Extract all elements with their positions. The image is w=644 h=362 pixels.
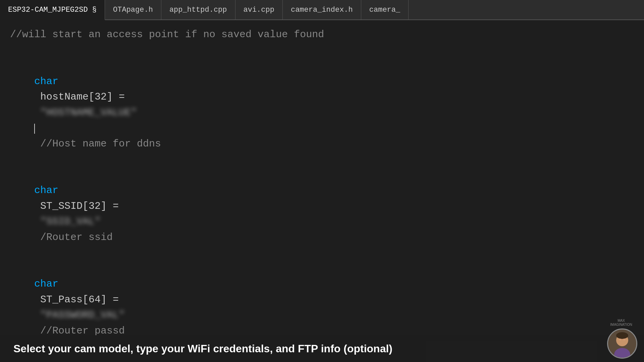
line-ssid: char ST_SSID[32] = "SSID_VAL" /Router ss… bbox=[10, 167, 634, 261]
svg-point-3 bbox=[616, 332, 628, 339]
comment-access-point: //will start an access point if no saved… bbox=[10, 27, 634, 43]
tab-app-httpd[interactable]: app_httpd.cpp bbox=[161, 0, 235, 19]
avatar bbox=[607, 328, 637, 359]
keyword-char-hostname: char bbox=[34, 76, 58, 87]
tab-otapage-label: OTApage.h bbox=[113, 6, 153, 14]
blurred-pass-value: "PASSWORD_VAL" bbox=[34, 307, 131, 323]
watermark: MAX IMAGINATION bbox=[608, 319, 635, 327]
code-area: //will start an access point if no saved… bbox=[0, 20, 644, 335]
bottom-text: Select your cam model, type your WiFi cr… bbox=[13, 343, 631, 355]
keyword-char-pass: char bbox=[34, 278, 58, 290]
tab-camera-p-label: camera_ bbox=[369, 6, 400, 14]
keyword-char-ssid: char bbox=[34, 185, 58, 196]
tab-app-httpd-label: app_httpd.cpp bbox=[169, 6, 227, 14]
var-pass: ST_Pass[64] = bbox=[34, 294, 119, 305]
var-ssid: ST_SSID[32] = bbox=[34, 200, 119, 212]
tab-camera-index-label: camera_index.h bbox=[291, 6, 353, 14]
comment-hostname: //Host name for ddns bbox=[34, 138, 161, 149]
blurred-hostname-value: "HOSTNAME_VALUE" bbox=[34, 105, 137, 121]
blank-line-1 bbox=[10, 43, 634, 58]
comment-ssid: /Router ssid bbox=[34, 232, 113, 243]
blurred-ssid-value: "SSID_VAL" bbox=[34, 214, 119, 230]
cursor bbox=[34, 124, 35, 134]
tab-avi[interactable]: avi.cpp bbox=[235, 0, 283, 19]
comment-pass: //Router passd bbox=[34, 325, 125, 336]
watermark-line1: MAX bbox=[618, 319, 625, 322]
tab-camera-index[interactable]: camera_index.h bbox=[283, 0, 361, 19]
var-hostname: hostName[32] = bbox=[34, 91, 125, 103]
tab-esp32[interactable]: ESP32-CAM_MJPEG2SD § bbox=[0, 0, 105, 20]
svg-point-5 bbox=[623, 339, 625, 341]
tab-esp32-label: ESP32-CAM_MJPEG2SD § bbox=[8, 6, 97, 14]
watermark-line2: IMAGINATION bbox=[610, 323, 632, 326]
line-pass: char ST_Pass[64] = "PASSWORD_VAL" //Rout… bbox=[10, 261, 634, 336]
tab-avi-label: avi.cpp bbox=[244, 6, 274, 14]
avatar-svg bbox=[608, 329, 636, 358]
svg-point-4 bbox=[619, 339, 621, 341]
bottom-bar: Select your cam model, type your WiFi cr… bbox=[0, 335, 644, 362]
line-hostname: char hostName[32] = "HOSTNAME_VALUE" //H… bbox=[10, 58, 634, 167]
tab-bar: ESP32-CAM_MJPEG2SD § OTApage.h app_httpd… bbox=[0, 0, 644, 20]
tab-camera-p[interactable]: camera_ bbox=[361, 0, 409, 19]
tab-otapage[interactable]: OTApage.h bbox=[105, 0, 161, 19]
